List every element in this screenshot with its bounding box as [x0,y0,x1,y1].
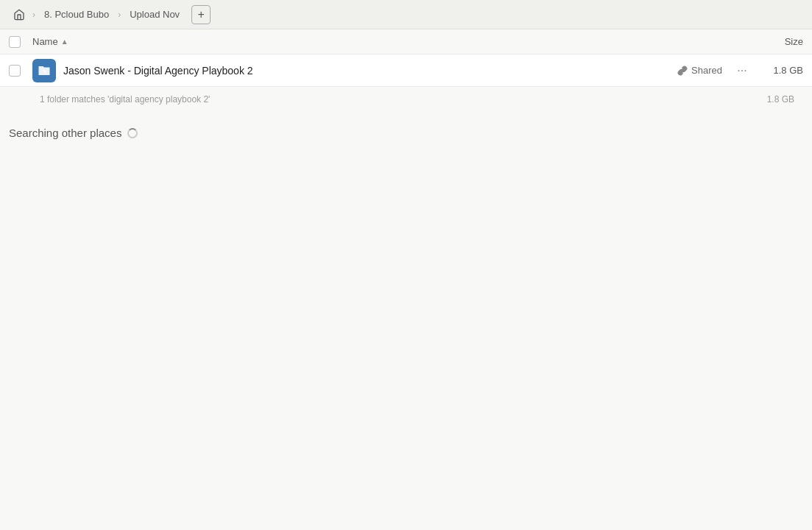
match-info-bar: 1 folder matches 'digital agency playboo… [0,87,812,112]
file-more-button[interactable]: ··· [731,60,753,82]
breadcrumb-upload-nov[interactable]: Upload Nov [124,6,186,23]
file-size-label: 1.8 GB [759,65,803,76]
select-all-checkbox[interactable] [9,36,32,48]
size-column-header[interactable]: Size [744,36,803,47]
checkbox-box-file[interactable] [9,65,21,77]
searching-text: Searching other places [9,127,121,139]
sort-arrow-icon: ▲ [61,38,68,46]
match-info-text: 1 folder matches 'digital agency playboo… [40,94,210,105]
checkbox-box[interactable] [9,36,21,48]
name-column-header[interactable]: Name ▲ [32,36,744,47]
add-tab-button[interactable]: + [191,5,211,24]
folder-link-icon [32,59,56,82]
breadcrumb-separator-2: › [118,10,121,20]
match-info-size: 1.8 GB [767,94,803,105]
breadcrumb-pcloud-bubo[interactable]: 8. Pcloud Bubo [38,6,115,23]
file-shared-label: Shared [677,65,722,76]
loading-spinner [127,128,138,138]
column-headers: Name ▲ Size [0,29,812,54]
file-row[interactable]: Jason Swenk - Digital Agency Playbook 2 … [0,54,812,87]
searching-label: Searching other places [9,127,803,139]
file-row-checkbox[interactable] [9,65,32,77]
home-button[interactable] [9,4,29,25]
file-name-label: Jason Swenk - Digital Agency Playbook 2 [63,65,677,77]
topbar: › 8. Pcloud Bubo › Upload Nov + [0,0,812,29]
searching-section: Searching other places [0,112,812,146]
link-icon [677,66,688,76]
breadcrumb-separator-1: › [32,10,35,20]
